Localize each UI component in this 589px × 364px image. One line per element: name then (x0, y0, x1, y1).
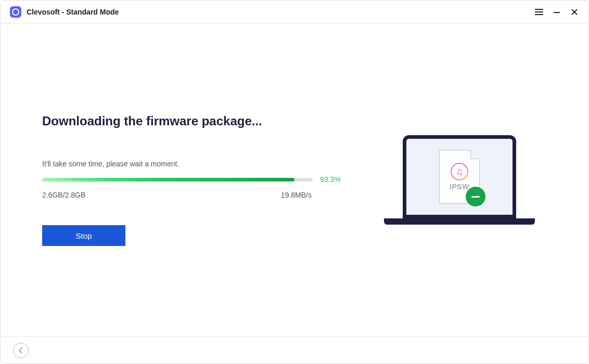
window-controls (534, 7, 579, 17)
downloaded-size: 2.6GB/2.8GB (42, 191, 85, 199)
music-note-icon: ♫ (456, 166, 463, 177)
back-button[interactable] (13, 343, 29, 358)
progress-fill (42, 178, 294, 181)
laptop-illustration: ♫ IPSW (403, 135, 535, 225)
download-panel: Downloading the firmware package... It'l… (42, 114, 344, 246)
download-speed: 19.8MB/s (281, 191, 312, 199)
download-badge-icon (466, 187, 485, 206)
page-heading: Downloading the firmware package... (42, 114, 344, 128)
app-logo-icon (10, 6, 21, 18)
progress-row: 93.3% (42, 175, 344, 184)
illustration-panel: ♫ IPSW (391, 135, 547, 225)
app-title: Clevosoft - Standard Mode (27, 8, 119, 16)
progress-percent: 93.3% (320, 175, 344, 184)
ipsw-label: IPSW (450, 183, 469, 191)
minimize-icon[interactable] (552, 7, 561, 17)
titlebar-left: Clevosoft - Standard Mode (10, 6, 119, 18)
laptop-screen: ♫ IPSW (403, 135, 516, 218)
download-stats: 2.6GB/2.8GB 19.8MB/s (42, 191, 344, 199)
main-content: Downloading the firmware package... It'l… (1, 23, 588, 336)
page-subtext: It'll take some time, please wait a mome… (42, 160, 344, 168)
footer (1, 336, 588, 363)
progress-bar (42, 178, 313, 181)
music-ring-icon: ♫ (451, 163, 468, 180)
laptop-base (384, 218, 535, 225)
menu-icon[interactable] (534, 7, 544, 17)
close-icon[interactable] (570, 7, 579, 17)
doc-fold-icon (470, 150, 480, 159)
ipsw-file-icon: ♫ IPSW (439, 150, 480, 204)
titlebar: Clevosoft - Standard Mode (1, 1, 588, 23)
stop-button[interactable]: Stop (42, 225, 125, 246)
